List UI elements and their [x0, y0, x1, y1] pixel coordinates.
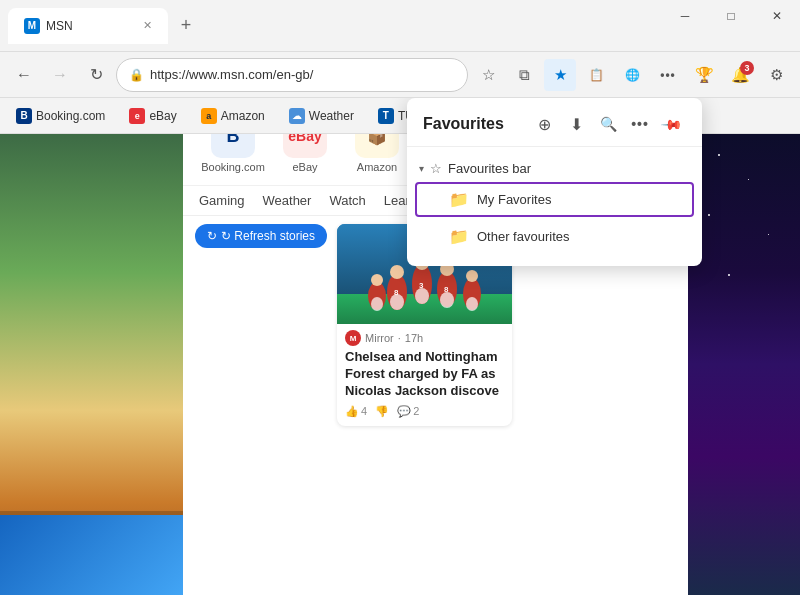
fav-add-tab-button[interactable]: ⊕ — [530, 110, 558, 138]
address-bar[interactable]: 🔒 https://www.msn.com/en-gb/ — [116, 58, 468, 92]
window-controls: ─ □ ✕ — [662, 0, 800, 32]
other-favourites-label: Other favourites — [477, 229, 570, 244]
trophy-button[interactable]: 🏆 — [688, 59, 720, 91]
edge-icon-button[interactable]: 🌐 — [616, 59, 648, 91]
favourites-bar-section: ▾ ☆ Favourites bar 📁 My Favorites 📁 Othe… — [407, 155, 702, 258]
folder-yellow-icon: 📁 — [449, 190, 469, 209]
my-favorites-label: My Favorites — [477, 192, 551, 207]
lock-icon: 🔒 — [129, 68, 144, 82]
fav-pin-button[interactable]: 📌 — [652, 104, 692, 144]
settings-button[interactable]: ⚙ — [760, 59, 792, 91]
browser-chrome: M MSN ✕ + ─ □ ✕ ← → ↻ 🔒 https://www.msn.… — [0, 0, 800, 98]
favourites-star-button[interactable]: ☆ — [472, 59, 504, 91]
active-tab[interactable]: M MSN ✕ — [8, 8, 168, 44]
favourites-panel-title: Favourites — [423, 115, 504, 133]
fav-search-button[interactable]: 🔍 — [594, 110, 622, 138]
star-icon: ☆ — [430, 161, 442, 176]
favourites-bar-header[interactable]: ▾ ☆ Favourites bar — [407, 157, 702, 180]
toolbar-icons: ☆ ⧉ ★ 📋 🌐 ••• 🏆 🔔 3 ⚙ — [472, 59, 792, 91]
favourites-panel-header: Favourites ⊕ ⬇ 🔍 ••• 📌 — [407, 98, 702, 147]
minimize-button[interactable]: ─ — [662, 0, 708, 32]
forward-button[interactable]: → — [44, 59, 76, 91]
notifications-button[interactable]: 🔔 3 — [724, 59, 756, 91]
notification-badge: 3 — [740, 61, 754, 75]
tab-title: MSN — [46, 19, 73, 33]
url-text: https://www.msn.com/en-gb/ — [150, 67, 449, 82]
tab-bar: M MSN ✕ + ─ □ ✕ — [0, 0, 800, 52]
refresh-button[interactable]: ↻ — [80, 59, 112, 91]
fav-more-button[interactable]: ••• — [626, 110, 654, 138]
favourites-panel-body: ▾ ☆ Favourites bar 📁 My Favorites 📁 Othe… — [407, 147, 702, 266]
tab-close-icon[interactable]: ✕ — [143, 19, 152, 32]
collections-button[interactable]: 📋 — [580, 59, 612, 91]
browser-content: B Booking.com e eBay a Amazon ☁ Weather … — [0, 98, 800, 595]
favourites-panel-toolbar: ⊕ ⬇ 🔍 ••• 📌 — [530, 110, 686, 138]
favourites-bar-label: Favourites bar — [448, 161, 531, 176]
new-tab-button[interactable]: + — [172, 12, 200, 40]
folder-light-icon: 📁 — [449, 227, 469, 246]
my-favorites-item[interactable]: 📁 My Favorites — [415, 182, 694, 217]
address-bar-row: ← → ↻ 🔒 https://www.msn.com/en-gb/ ☆ ⧉ ★… — [0, 52, 800, 98]
favourites-panel: Favourites ⊕ ⬇ 🔍 ••• 📌 ▾ ☆ Favourites ba… — [407, 98, 702, 266]
chevron-icon: ▾ — [419, 163, 424, 174]
more-button[interactable]: ••• — [652, 59, 684, 91]
fav-import-button[interactable]: ⬇ — [562, 110, 590, 138]
back-button[interactable]: ← — [8, 59, 40, 91]
maximize-button[interactable]: □ — [708, 0, 754, 32]
close-button[interactable]: ✕ — [754, 0, 800, 32]
split-view-button[interactable]: ⧉ — [508, 59, 540, 91]
other-favourites-item[interactable]: 📁 Other favourites — [415, 219, 694, 254]
favourites-button[interactable]: ★ — [544, 59, 576, 91]
tab-favicon: M — [24, 18, 40, 34]
